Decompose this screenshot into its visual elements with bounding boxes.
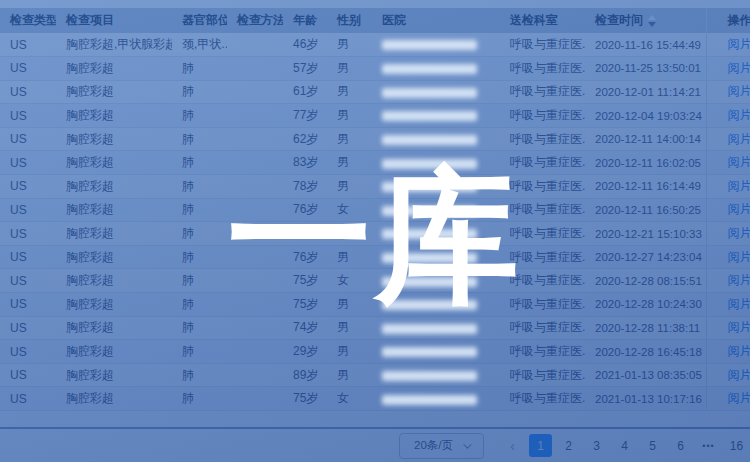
page-size-select[interactable]: 20条/页 [399,433,484,459]
view-image-link[interactable]: 阅片 [728,273,750,287]
last-page-button[interactable]: 16 [725,434,748,457]
cell-type: US [0,245,56,269]
view-image-link[interactable]: 阅片 [728,132,750,146]
cell-age: 75岁 [283,269,327,293]
cell-dept: 呼吸与重症医... [500,104,585,128]
cell-time: 2020-12-01 11:14:21 [585,80,706,104]
table-row: US胸腔彩超肺62岁男呼吸与重症医...2020-12-11 14:00:14阅… [0,127,750,151]
cell-gender: 男 [327,127,372,151]
cell-dept: 呼吸与重症医... [500,151,585,175]
cell-time: 2020-12-28 16:45:18 [585,340,706,364]
header-label-dept: 送检科室 [510,13,558,27]
cell-organ: 肺 [172,293,227,317]
cell-hospital [372,222,500,246]
view-image-link[interactable]: 阅片 [728,202,750,216]
redacted-hospital-name [382,135,477,145]
cell-hospital [372,104,500,128]
redacted-hospital-name [382,40,477,50]
cell-type: US [0,127,56,151]
cell-type: US [0,269,56,293]
table-row: US胸腔彩超肺89岁男呼吸与重症医...2021-01-13 08:35:05阅… [0,363,750,387]
more-pages-button[interactable]: ••• [697,434,720,457]
page-button-3[interactable]: 3 [585,434,608,457]
sort-carets[interactable] [648,15,656,27]
view-image-link[interactable]: 阅片 [728,250,750,264]
cell-organ: 肺 [172,80,227,104]
cell-age: 29岁 [283,340,327,364]
view-image-link[interactable]: 阅片 [728,108,750,122]
view-image-link[interactable]: 阅片 [728,61,750,75]
header-label-action: 操作 [728,13,750,27]
page-button-6[interactable]: 6 [669,434,692,457]
cell-organ: 肺 [172,340,227,364]
cell-hospital [372,57,500,81]
cell-method [227,33,283,57]
cell-item: 胸腔彩超 [56,57,172,81]
cell-time: 2020-12-28 11:38:11 [585,316,706,340]
cell-age: 76岁 [283,198,327,222]
cell-action: 阅片 [706,222,750,246]
view-image-link[interactable]: 阅片 [728,368,750,382]
cell-time: 2021-01-13 08:35:05 [585,363,706,387]
cell-time: 2020-12-21 15:10:33 [585,222,706,246]
cell-item: 胸腔彩超 [56,293,172,317]
cell-method [227,127,283,151]
cell-time: 2020-12-11 14:00:14 [585,127,706,151]
view-image-link[interactable]: 阅片 [728,297,750,311]
view-image-link[interactable]: 阅片 [728,179,750,193]
cell-time: 2020-12-11 16:14:49 [585,175,706,199]
view-image-link[interactable]: 阅片 [728,84,750,98]
cell-organ: 肺 [172,387,227,411]
header-cell-action: 操作 [706,8,750,33]
cell-method [227,387,283,411]
cell-time: 2020-12-11 16:02:05 [585,151,706,175]
sort-caret-down-icon[interactable] [648,22,656,27]
cell-action: 阅片 [706,293,750,317]
header-cell-age: 年龄 [283,8,327,33]
cell-item: 胸腔彩超 [56,104,172,128]
cell-action: 阅片 [706,127,750,151]
view-image-link[interactable]: 阅片 [728,391,750,405]
cell-method [227,175,283,199]
table-row: US胸腔彩超肺77岁男呼吸与重症医...2020-12-04 19:03:24阅… [0,104,750,128]
prev-page-button[interactable]: ‹ [501,434,524,457]
view-image-link[interactable]: 阅片 [728,155,750,169]
view-image-link[interactable]: 阅片 [728,37,750,51]
cell-hospital [372,316,500,340]
redacted-hospital-name [382,324,477,334]
table-row: US胸腔彩超肺75岁女呼吸与重症医...2020-12-28 08:15:51阅… [0,269,750,293]
header-cell-dept: 送检科室 [500,8,585,33]
cell-time: 2020-12-27 14:23:04 [585,245,706,269]
cell-dept: 呼吸与重症医... [500,33,585,57]
cell-age: 89岁 [283,363,327,387]
cell-time: 2021-01-13 10:17:16 [585,387,706,411]
page-button-2[interactable]: 2 [557,434,580,457]
cell-time: 2020-12-28 08:15:51 [585,269,706,293]
view-image-link[interactable]: 阅片 [728,320,750,334]
cell-organ: 肺 [172,151,227,175]
cell-time: 2020-11-25 13:50:01 [585,57,706,81]
cell-method [227,151,283,175]
table-row: US胸腔彩超肺75岁女呼吸与重症医...2021-01-13 10:17:16阅… [0,387,750,411]
cell-item: 胸腔彩超 [56,80,172,104]
cell-organ: 肺 [172,198,227,222]
page-button-1[interactable]: 1 [529,434,552,457]
redacted-hospital-name [382,395,477,405]
cell-gender: 女 [327,387,372,411]
cell-age: 61岁 [283,80,327,104]
header-cell-exam-time[interactable]: 检查时间 [585,8,706,33]
header-cell-method: 检查方法 [227,8,283,33]
cell-dept: 呼吸与重症医... [500,363,585,387]
view-image-link[interactable]: 阅片 [728,226,750,240]
cell-hospital [372,33,500,57]
cell-dept: 呼吸与重症医... [500,316,585,340]
cell-item: 胸腔彩超 [56,387,172,411]
cell-dept: 呼吸与重症医... [500,387,585,411]
cell-method [227,57,283,81]
cell-gender: 男 [327,175,372,199]
cell-action: 阅片 [706,57,750,81]
sort-caret-up-icon[interactable] [648,15,656,20]
view-image-link[interactable]: 阅片 [728,344,750,358]
page-button-5[interactable]: 5 [641,434,664,457]
page-button-4[interactable]: 4 [613,434,636,457]
